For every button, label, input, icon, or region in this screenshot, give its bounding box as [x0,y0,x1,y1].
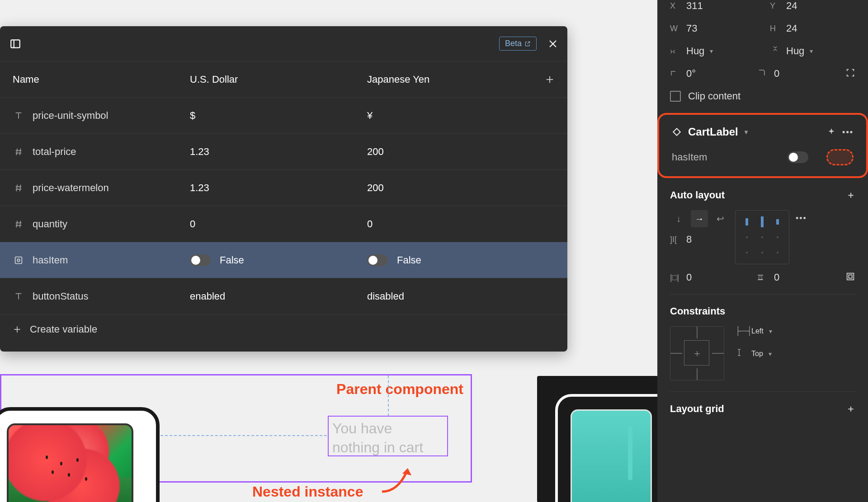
column-header-jp[interactable]: Japanese Yen [354,74,532,85]
plus-icon [13,325,22,334]
sidebar-toggle-icon[interactable] [9,38,22,50]
chevron-down-icon: ▾ [769,350,772,357]
rotation-field[interactable]: 0° [670,68,743,80]
svg-line-9 [20,148,21,155]
auto-layout-more-icon[interactable]: ••• [796,214,807,223]
toggle-off[interactable] [367,254,388,266]
table-header-row: Name U.S. Dollar Japanese Yen [0,61,567,98]
svg-line-12 [16,184,17,191]
independent-padding-button[interactable] [845,272,855,283]
corner-radius-icon [758,69,769,79]
variable-name: hasItem [33,254,68,266]
h-value: 24 [786,23,797,34]
padding-vertical-field[interactable]: 0 [758,272,831,283]
add-layout-grid-button[interactable]: ＋ [846,403,855,415]
cart-label-instance[interactable]: You have nothing in cart [328,416,448,456]
table-row[interactable]: quantity 0 0 [0,206,567,242]
device-mockup [0,407,160,502]
h-label: H [770,24,781,33]
close-icon[interactable] [547,38,558,49]
plus-icon [545,75,555,84]
cell-jp[interactable]: 200 [354,146,532,158]
y-position-field[interactable]: Y 24 [770,0,855,12]
resize-h-icon: ›‹ [670,47,681,56]
cart-text-line1: You have [332,419,443,438]
cell-us[interactable]: False [177,254,354,266]
variable-name: price-unit-symbol [33,110,108,122]
gap-field[interactable]: ]I[ 8 [670,234,729,245]
constraints-section: Constraints ＋ ├─┤ Left ▾ Top [670,295,855,392]
cell-us[interactable]: 1.23 [177,146,354,158]
svg-line-17 [20,221,21,227]
corner-radius-value: 0 [774,68,779,80]
horizontal-resize-dropdown[interactable]: ›‹ Hug ▾ [670,45,755,57]
property-toggle[interactable] [788,151,808,163]
cell-jp[interactable]: 200 [354,182,532,194]
constraint-v-value: Top [751,350,763,358]
table-row[interactable]: buttonStatus enabled disabled [0,278,567,314]
checkbox-icon [670,91,681,102]
direction-vertical-button[interactable]: ↓ [670,210,687,227]
cell-jp[interactable]: False [354,254,532,266]
more-options-icon[interactable]: ••• [842,127,854,137]
chevron-down-icon: ▾ [769,328,772,335]
table-row[interactable]: hasItem False False [0,242,567,278]
chevron-down-icon: ▾ [710,47,713,55]
add-column-button[interactable] [532,75,567,84]
x-value: 311 [686,0,703,12]
chevron-down-icon: ▾ [810,47,813,55]
frame-section: X 311 Y 24 W 73 H 24 ›‹ Hug ▾ [670,0,855,113]
annotation-arrow-icon [380,460,420,496]
rotation-icon [670,69,681,79]
constraint-horizontal-dropdown[interactable]: ├─┤ Left ▾ [735,326,772,336]
toggle-off[interactable] [190,254,211,266]
create-variable-label: Create variable [30,324,97,335]
variable-name: total-price [33,146,76,158]
column-header-name[interactable]: Name [0,74,177,85]
table-row[interactable]: price-watermelon 1.23 200 [0,170,567,206]
x-position-field[interactable]: X 311 [670,0,755,12]
create-variable-button[interactable]: Create variable [0,314,567,344]
beta-badge[interactable]: Beta [499,37,537,51]
cell-us[interactable]: 1.23 [177,182,354,194]
text-type-icon [13,291,24,302]
direction-horizontal-button[interactable]: → [691,210,708,227]
direction-wrap-button[interactable]: ↩ [712,210,729,227]
table-row[interactable]: price-unit-symbol $ ¥ [0,98,567,134]
padding-horizontal-field[interactable]: |□| 0 [670,272,743,283]
component-prop-name: hasItem [672,151,707,163]
corner-radius-field[interactable]: 0 [758,68,831,80]
component-name[interactable]: CartLabel [688,126,738,138]
cell-us[interactable]: $ [177,110,354,122]
vertical-resize-dropdown[interactable]: ›‹ Hug ▾ [770,45,855,57]
boolean-value: False [397,254,421,266]
clip-content-checkbox[interactable]: Clip content [670,90,855,102]
width-field[interactable]: W 73 [670,23,755,34]
height-field[interactable]: H 24 [770,23,855,34]
chevron-down-icon[interactable]: ▾ [745,128,748,136]
add-auto-layout-button[interactable]: ＋ [846,189,855,201]
assign-variable-placeholder[interactable] [826,149,854,165]
alignment-grid[interactable] [735,210,789,264]
text-type-icon [13,110,24,122]
effects-icon[interactable] [827,127,836,136]
cell-jp[interactable]: disabled [354,291,532,302]
padding-icon [845,272,855,281]
cell-us[interactable]: 0 [177,218,354,230]
cell-jp[interactable]: ¥ [354,110,532,122]
constraint-v-icon [735,348,746,359]
cell-jp[interactable]: 0 [354,218,532,230]
constraints-title: Constraints [670,305,725,317]
constraints-widget[interactable]: ＋ [670,326,724,380]
component-icon [672,127,682,137]
independent-corners-button[interactable] [845,68,855,80]
number-type-icon [13,182,24,194]
constraint-vertical-dropdown[interactable]: Top ▾ [735,348,772,359]
boolean-value: False [220,254,244,266]
table-row[interactable]: total-price 1.23 200 [0,134,567,170]
resize-h-value: Hug [686,45,704,57]
auto-layout-title: Auto layout [670,189,725,201]
spacing-guide [388,375,389,416]
cell-us[interactable]: enabled [177,291,354,302]
column-header-us[interactable]: U.S. Dollar [177,74,354,85]
